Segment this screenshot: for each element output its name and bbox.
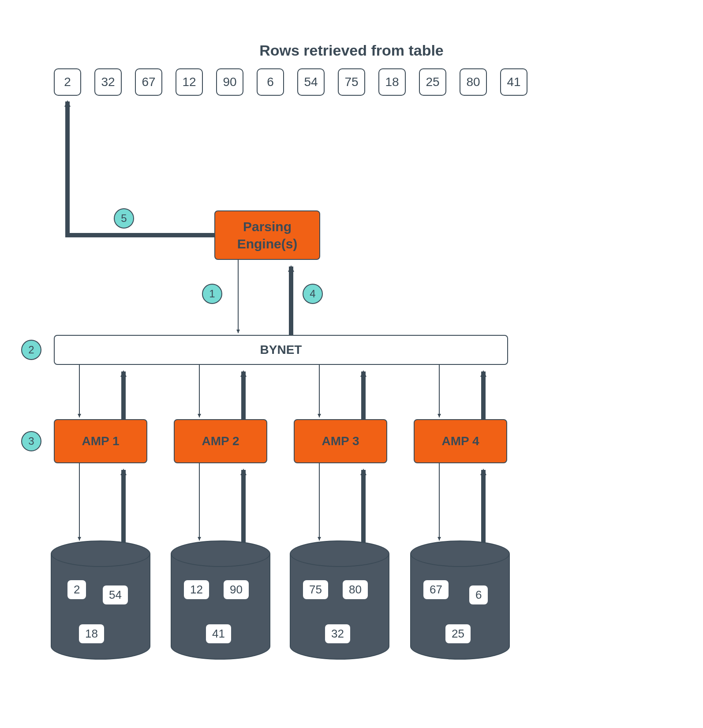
amp-box-2: AMP 2 bbox=[174, 419, 267, 463]
db-cylinder-1: 2 54 18 bbox=[51, 540, 150, 668]
db-value: 2 bbox=[67, 580, 86, 599]
amp-label: AMP 2 bbox=[202, 434, 239, 448]
db-cylinder-3: 75 80 32 bbox=[290, 540, 389, 668]
db-value: 54 bbox=[103, 585, 128, 604]
arrow-step-5 bbox=[67, 101, 214, 235]
amp-box-4: AMP 4 bbox=[414, 419, 507, 463]
db-value: 90 bbox=[224, 580, 249, 599]
diagram-title: Rows retrieved from table bbox=[0, 42, 703, 59]
db-value: 12 bbox=[184, 580, 209, 599]
row-value: 2 bbox=[54, 68, 81, 96]
row-value: 80 bbox=[460, 68, 487, 96]
row-value: 41 bbox=[500, 68, 527, 96]
amp-label: AMP 3 bbox=[322, 434, 359, 448]
db-value: 75 bbox=[303, 580, 328, 599]
bynet-box: BYNET bbox=[54, 335, 508, 365]
step-circle-1: 1 bbox=[202, 284, 222, 304]
amp-label: AMP 4 bbox=[441, 434, 479, 448]
db-cylinder-4: 67 6 25 bbox=[410, 540, 510, 668]
row-value: 6 bbox=[257, 68, 284, 96]
step-circle-4: 4 bbox=[303, 284, 323, 304]
row-value: 32 bbox=[94, 68, 122, 96]
db-value: 32 bbox=[325, 624, 350, 643]
row-value: 12 bbox=[176, 68, 203, 96]
row-value: 90 bbox=[216, 68, 243, 96]
db-value: 67 bbox=[423, 580, 449, 599]
amp-box-1: AMP 1 bbox=[54, 419, 147, 463]
row-values-container: 2 32 67 12 90 6 54 75 18 25 80 41 bbox=[54, 68, 527, 96]
row-value: 18 bbox=[378, 68, 406, 96]
step-circle-3: 3 bbox=[21, 431, 41, 451]
db-value: 6 bbox=[469, 585, 488, 604]
amp-box-3: AMP 3 bbox=[294, 419, 387, 463]
db-value: 25 bbox=[445, 624, 471, 643]
row-value: 25 bbox=[419, 68, 446, 96]
row-value: 67 bbox=[135, 68, 162, 96]
step-circle-5: 5 bbox=[114, 208, 134, 229]
db-cylinder-2: 12 90 41 bbox=[171, 540, 270, 668]
parsing-engine-label: Parsing Engine(s) bbox=[237, 218, 298, 252]
parsing-engine-box: Parsing Engine(s) bbox=[214, 210, 320, 260]
amp-label: AMP 1 bbox=[82, 434, 119, 448]
row-value: 75 bbox=[338, 68, 365, 96]
db-value: 80 bbox=[343, 580, 368, 599]
db-value: 41 bbox=[206, 624, 231, 643]
row-value: 54 bbox=[297, 68, 325, 96]
db-value: 18 bbox=[79, 624, 104, 643]
step-circle-2: 2 bbox=[21, 340, 41, 360]
bynet-label: BYNET bbox=[260, 343, 302, 357]
